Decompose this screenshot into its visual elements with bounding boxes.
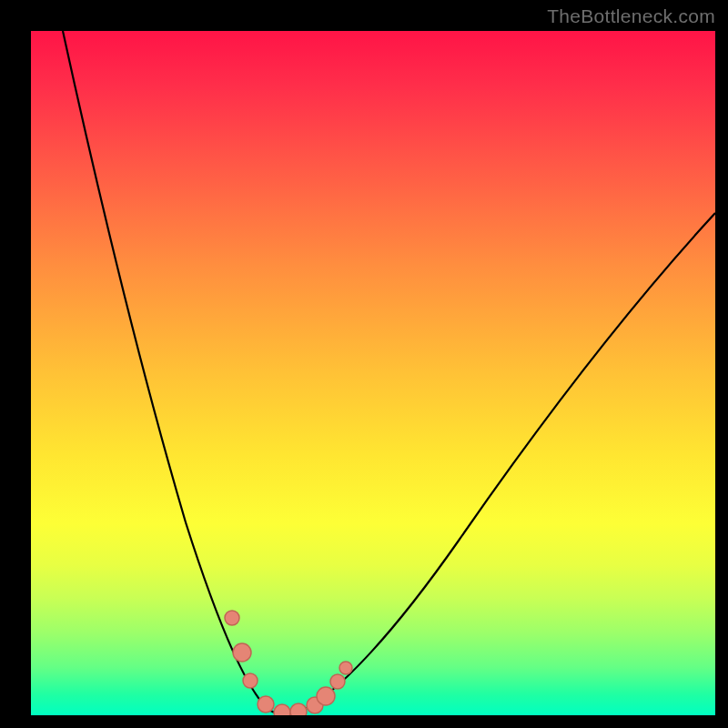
bottleneck-curve	[63, 31, 715, 714]
data-marker	[330, 674, 345, 689]
data-marker	[258, 696, 274, 713]
data-marker	[233, 643, 251, 662]
data-marker	[290, 703, 307, 715]
data-marker	[274, 704, 290, 715]
data-marker	[243, 673, 258, 688]
curve-layer	[31, 31, 715, 715]
chart-frame: TheBottleneck.com	[0, 0, 728, 728]
watermark-text: TheBottleneck.com	[547, 5, 715, 27]
marker-group	[225, 611, 352, 715]
data-marker	[317, 687, 335, 705]
data-marker	[225, 611, 239, 625]
plot-area	[31, 31, 715, 715]
data-marker	[339, 662, 352, 674]
